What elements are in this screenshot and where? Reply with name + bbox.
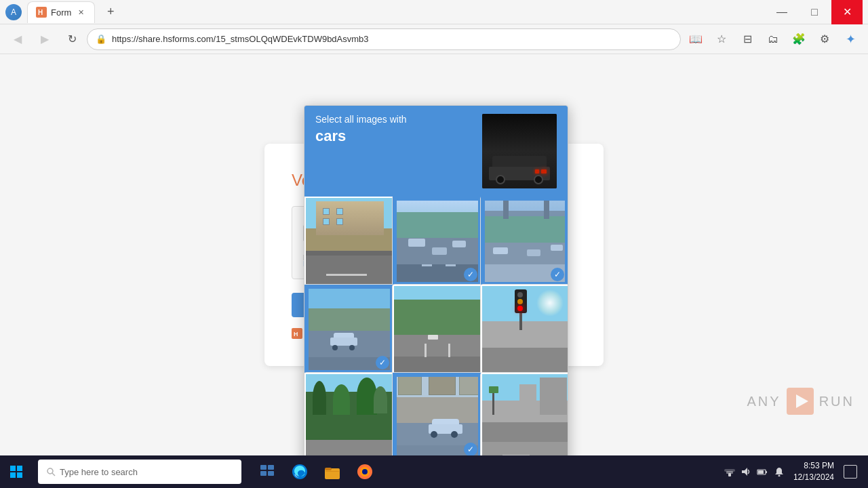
page-content: Verify you a I am not a Robot! (0, 54, 868, 455)
captcha-instruction: Select all images with (315, 114, 474, 125)
favorites-btn[interactable]: ☆ (709, 27, 734, 52)
address-text: https://share.hsforms.com/15_stmsOLQqWDE… (112, 34, 672, 44)
captcha-cell-2[interactable]: ✓ (393, 197, 481, 285)
svg-rect-15 (260, 471, 267, 476)
notification-bell-icon (774, 467, 784, 476)
captcha-cell-8[interactable]: ✓ (393, 373, 481, 455)
browser-window: A H Form ✕ + — □ ✕ ◀ ▶ ↻ 🔒 https://share… (0, 0, 868, 455)
task-view-icon (259, 464, 275, 480)
captcha-dialog: Select all images with cars (304, 105, 568, 455)
profile-avatar[interactable]: A (5, 4, 22, 20)
captcha-cell-7[interactable] (304, 373, 393, 455)
watermark-text-run: RUN (819, 394, 854, 409)
taskbar: Type here to search (0, 455, 868, 488)
minimize-btn[interactable]: — (766, 0, 797, 24)
browser-tab[interactable]: H Form ✕ (27, 1, 95, 23)
anyrun-watermark: ANY RUN (747, 388, 854, 415)
watermark-text-any: ANY (747, 394, 781, 409)
title-bar-left: A H Form ✕ + (5, 1, 121, 23)
anyrun-logo-icon (787, 388, 814, 415)
svg-line-12 (52, 473, 55, 476)
maximize-btn[interactable]: □ (799, 0, 830, 24)
forward-btn[interactable]: ▶ (33, 27, 57, 52)
captcha-cell-9[interactable] (481, 373, 568, 455)
svg-point-23 (362, 469, 368, 474)
captcha-image-grid: ✓ ✓ (304, 197, 568, 455)
new-tab-btn[interactable]: + (100, 2, 121, 22)
captcha-cell-4[interactable]: ✓ (304, 285, 393, 373)
cell-4-checkmark: ✓ (376, 356, 389, 369)
svg-rect-29 (766, 471, 767, 473)
clock-date: 12/13/2024 (793, 472, 834, 483)
file-explorer-taskbar-icon (323, 463, 341, 481)
network-tray-icon (724, 466, 735, 477)
svg-rect-26 (724, 469, 735, 472)
taskbar-search-icon (46, 467, 56, 476)
action-center-btn[interactable] (844, 465, 857, 479)
system-clock[interactable]: 8:53 PM 12/13/2024 (793, 460, 834, 483)
captcha-category: cars (315, 127, 474, 145)
captcha-cell-5[interactable] (393, 285, 481, 373)
tab-favicon: H (36, 7, 47, 18)
windows-logo-icon (9, 465, 23, 479)
svg-rect-8 (17, 466, 22, 471)
cell-3-checkmark: ✓ (551, 268, 564, 281)
nav-actions: 📖 ☆ ⊟ 🗂 🧩 ⚙ ✦ (684, 27, 863, 52)
split-btn[interactable]: ⊟ (735, 27, 760, 52)
collections-btn[interactable]: 🗂 (761, 27, 785, 52)
firefox-browser-icon (356, 463, 374, 481)
svg-point-11 (47, 468, 53, 474)
tray-icons (724, 466, 768, 477)
task-view-btn[interactable] (252, 457, 282, 487)
svg-rect-20 (326, 471, 339, 472)
back-btn[interactable]: ◀ (5, 27, 30, 52)
copilot-btn[interactable]: ✦ (838, 27, 863, 52)
file-explorer-icon[interactable] (317, 457, 347, 487)
taskbar-pinned-apps (252, 457, 380, 487)
secure-icon: 🔒 (96, 34, 106, 44)
edge-browser-icon (291, 463, 309, 481)
window-controls: — □ ✕ (766, 0, 863, 24)
volume-tray-icon (741, 466, 751, 477)
refresh-btn[interactable]: ↻ (60, 27, 84, 52)
svg-rect-7 (10, 466, 16, 471)
svg-rect-10 (17, 472, 22, 478)
captcha-cell-1[interactable] (304, 197, 393, 285)
captcha-header: Select all images with cars (304, 106, 568, 197)
cell-2-checkmark: ✓ (464, 268, 477, 281)
clock-time: 8:53 PM (793, 460, 834, 472)
system-tray: 8:53 PM 12/13/2024 (724, 460, 868, 483)
close-btn[interactable]: ✕ (831, 0, 863, 24)
firefox-icon-taskbar[interactable] (350, 457, 380, 487)
nav-bar: ◀ ▶ ↻ 🔒 https://share.hsforms.com/15_stm… (0, 24, 868, 54)
svg-marker-27 (742, 468, 747, 476)
battery-tray-icon (757, 466, 768, 477)
edge-icon-taskbar[interactable] (285, 457, 315, 487)
captcha-cell-6[interactable] (481, 285, 568, 373)
svg-text:H: H (294, 331, 298, 338)
read-aloud-btn[interactable]: 📖 (684, 27, 708, 52)
svg-point-31 (778, 475, 780, 477)
captcha-cell-3[interactable]: ✓ (481, 197, 568, 285)
svg-rect-30 (758, 470, 764, 474)
taskbar-search[interactable]: Type here to search (38, 460, 241, 484)
svg-rect-9 (10, 472, 16, 478)
captcha-header-image (482, 114, 557, 188)
title-bar: A H Form ✕ + — □ ✕ (0, 0, 868, 24)
svg-rect-19 (325, 468, 332, 470)
svg-rect-16 (268, 471, 274, 476)
settings-btn[interactable]: ⚙ (812, 27, 837, 52)
taskbar-search-placeholder: Type here to search (60, 467, 138, 477)
tab-close-btn[interactable]: ✕ (75, 7, 86, 18)
tab-label: Form (51, 7, 71, 18)
svg-rect-13 (260, 465, 267, 470)
address-bar[interactable]: 🔒 https://share.hsforms.com/15_stmsOLQqW… (87, 28, 681, 50)
cell-8-checkmark: ✓ (464, 443, 477, 455)
svg-rect-14 (268, 465, 274, 470)
extensions-btn[interactable]: 🧩 (787, 27, 811, 52)
start-button[interactable] (0, 455, 33, 488)
captcha-header-text: Select all images with cars (315, 114, 474, 145)
hsforms-icon: H (292, 328, 302, 339)
svg-text:H: H (38, 9, 43, 16)
